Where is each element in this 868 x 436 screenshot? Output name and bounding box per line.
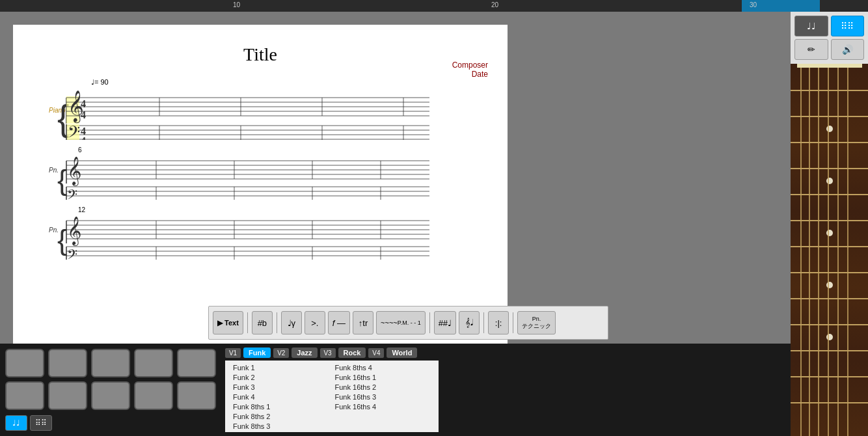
drum-pad-2[interactable] xyxy=(48,349,87,377)
fret-dot-5 xyxy=(826,334,833,340)
toolbar-cursor-btn[interactable]: ▶ Text xyxy=(213,311,243,334)
toolbar-instrument-name: Pn. xyxy=(532,316,541,322)
fret-line-3 xyxy=(791,142,868,143)
svg-text:𝄞: 𝄞 xyxy=(67,216,81,247)
sep4 xyxy=(483,312,484,333)
style-tab-v3: V3 Rock xyxy=(320,347,366,358)
score-meta: Composer Date xyxy=(452,61,488,79)
style-btn-jazz[interactable]: Jazz xyxy=(292,347,317,358)
drum-pad-10[interactable] xyxy=(177,381,216,410)
string-2 xyxy=(809,64,810,436)
drum-pad-1[interactable] xyxy=(5,349,44,377)
svg-text:{: { xyxy=(57,223,67,256)
drum-grid-btn[interactable]: ⠿⠿ xyxy=(30,415,52,431)
fretboard-panel: ♩♩ ⠿⠿ ✏ 🔊 xyxy=(791,12,868,436)
sep1 xyxy=(247,312,248,333)
staff-svg-1: Piano { 𝄞 xyxy=(26,88,429,140)
style-version-v2: V2 xyxy=(273,348,289,358)
fret-line-11 xyxy=(791,350,868,351)
string-1 xyxy=(800,64,802,436)
groove-funk16ths1[interactable]: Funk 16ths 1 xyxy=(332,373,434,382)
top-btn-audio[interactable]: 🔊 xyxy=(831,39,865,60)
groove-funk16ths3[interactable]: Funk 16ths 3 xyxy=(332,392,434,402)
groove-funk8ths4[interactable]: Funk 8ths 4 xyxy=(332,363,434,372)
toolbar-instrument-btn[interactable]: Pn. テクニック xyxy=(517,311,556,334)
drum-grid xyxy=(5,349,216,410)
system-3: Pn. { 𝄞 xyxy=(26,214,495,260)
drum-pad-8[interactable] xyxy=(91,381,130,410)
top-right-controls: ♩♩ ⠿⠿ ✏ 🔊 xyxy=(791,12,868,64)
style-btn-rock[interactable]: Rock xyxy=(338,347,366,358)
fret-dot-1 xyxy=(826,126,833,132)
groove-funk1[interactable]: Funk 1 xyxy=(230,363,332,372)
toolbar-note-btn[interactable]: ♩γ xyxy=(281,311,302,334)
string-6 xyxy=(847,64,848,436)
svg-text:{: { xyxy=(57,163,67,197)
toolbar-accidental-btn[interactable]: #b xyxy=(252,311,273,334)
drum-pad-7[interactable] xyxy=(48,381,87,410)
drum-note-btn[interactable]: ♩♩ xyxy=(5,415,27,431)
groove-funk3[interactable]: Funk 3 xyxy=(230,383,332,392)
fret-line-2 xyxy=(791,116,868,117)
system-1: ♩= 90 Piano { xyxy=(26,78,495,140)
groove-funk8ths3[interactable]: Funk 8ths 3 xyxy=(230,422,332,431)
drum-pad-3[interactable] xyxy=(91,349,130,377)
measure-num-6: 6 xyxy=(78,146,508,154)
svg-text:𝄢: 𝄢 xyxy=(67,247,77,260)
svg-text:4: 4 xyxy=(81,135,86,140)
svg-text:4: 4 xyxy=(81,98,86,109)
ruler-mark-10: 10 xyxy=(233,1,240,8)
style-panel: V1 Funk V2 Jazz V3 Rock V4 World xyxy=(221,344,442,436)
fret-line-4 xyxy=(791,168,868,169)
fret-line-10 xyxy=(791,324,868,325)
groove-funk8ths2[interactable]: Funk 8ths 2 xyxy=(230,412,332,421)
fret-dot-3 xyxy=(826,230,833,236)
drum-pad-4[interactable] xyxy=(134,349,173,377)
fret-line-5 xyxy=(791,194,868,195)
ruler-mark-30: 30 xyxy=(750,1,757,8)
fret-line-8 xyxy=(791,272,868,273)
svg-text:𝄢: 𝄢 xyxy=(68,123,80,140)
date-text: Date xyxy=(452,70,488,79)
top-btn-pencil[interactable]: ✏ xyxy=(794,39,828,60)
top-btn-notes[interactable]: ♩♩ xyxy=(794,16,828,36)
groove-funk4[interactable]: Funk 4 xyxy=(230,392,332,402)
groove-empty2 xyxy=(332,422,434,431)
toolbar-repeat-btn[interactable]: :|: xyxy=(488,311,509,334)
style-btn-world[interactable]: World xyxy=(387,347,417,358)
fret-line-13 xyxy=(791,402,868,403)
toolbar-articulation-btn[interactable]: >. xyxy=(305,311,325,334)
toolbar-slur-btn[interactable]: ↑tr xyxy=(353,311,373,334)
style-tabs: V1 Funk V2 Jazz V3 Rock V4 World xyxy=(225,347,439,358)
staff-svg-2: Pn. { 𝄞 xyxy=(26,154,429,200)
toolbar-clef-btn[interactable]: 𝄞♩ xyxy=(459,311,480,334)
string-3 xyxy=(818,64,819,436)
drum-pad-5[interactable] xyxy=(177,349,216,377)
top-btn-grid[interactable]: ⠿⠿ xyxy=(831,16,865,36)
toolbar-dynamic-btn[interactable]: f — xyxy=(328,311,350,334)
style-version-v3: V3 xyxy=(320,348,336,358)
staff-svg-3: Pn. { 𝄞 xyxy=(26,214,429,260)
drum-pad-6[interactable] xyxy=(5,381,44,410)
sheet-wrapper: Title Composer Date ♩= 90 Piano { xyxy=(0,12,791,344)
sep3 xyxy=(429,312,430,333)
measure-num-12: 12 xyxy=(78,206,508,213)
main-layout: Title Composer Date ♩= 90 Piano { xyxy=(0,12,868,436)
style-btn-funk[interactable]: Funk xyxy=(243,347,271,358)
groove-funk2[interactable]: Funk 2 xyxy=(230,373,332,382)
toolbar-trill-btn[interactable]: ~~~~P.M. - - 1 xyxy=(376,311,426,334)
drum-panel: ♩♩ ⠿⠿ xyxy=(0,344,221,436)
groove-funk16ths4[interactable]: Funk 16ths 4 xyxy=(332,402,434,411)
style-version-v4: V4 xyxy=(368,348,384,358)
groove-funk8ths1[interactable]: Funk 8ths 1 xyxy=(230,402,332,411)
string-5 xyxy=(837,64,839,436)
groove-funk16ths2[interactable]: Funk 16ths 2 xyxy=(332,383,434,392)
groove-empty1 xyxy=(332,412,434,421)
svg-text:𝄢: 𝄢 xyxy=(67,187,77,200)
style-tab-v1: V1 Funk xyxy=(225,347,271,358)
fret-line-7 xyxy=(791,246,868,247)
fret-line-12 xyxy=(791,376,868,377)
toolbar-chord-btn[interactable]: ##♩ xyxy=(434,311,456,334)
sep2 xyxy=(277,312,277,333)
drum-pad-9[interactable] xyxy=(134,381,173,410)
